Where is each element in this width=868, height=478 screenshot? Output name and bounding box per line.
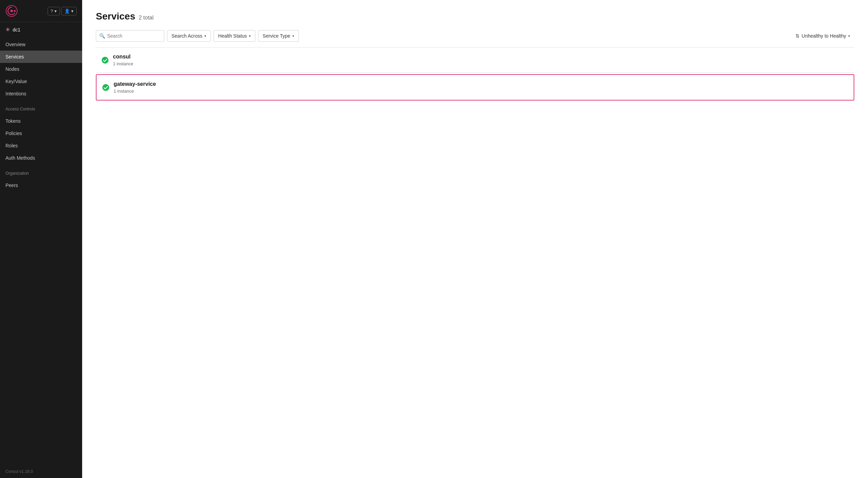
sidebar-item-label: Intentions <box>5 91 26 96</box>
page-header: Services 2 total <box>96 11 854 22</box>
service-list: consul 1 instance gateway-service 1 inst… <box>96 47 854 101</box>
search-across-chevron: ▾ <box>204 34 206 38</box>
sort-chevron: ▾ <box>848 34 850 38</box>
search-across-label: Search Across <box>171 33 202 39</box>
consul-logo <box>5 5 18 17</box>
sidebar-item-label: Auth Methods <box>5 155 35 161</box>
total-badge: 2 total <box>139 15 154 21</box>
main-nav: Overview Services Nodes Key/Value Intent… <box>0 37 82 101</box>
service-name-consul: consul <box>113 54 133 60</box>
search-wrapper: 🔍 <box>96 30 164 42</box>
sidebar-item-tokens[interactable]: Tokens <box>0 115 82 127</box>
dc-label: dc1 <box>13 27 21 32</box>
sidebar-item-label: Services <box>5 54 24 59</box>
dc-selector[interactable]: ✳ dc1 <box>0 22 82 37</box>
sidebar-item-label: Key/Value <box>5 79 27 84</box>
health-status-chevron: ▾ <box>249 34 251 38</box>
toolbar: 🔍 Search Across ▾ Health Status ▾ Servic… <box>96 30 854 42</box>
sidebar-item-label: Tokens <box>5 118 21 124</box>
help-icon: ? <box>51 9 53 14</box>
organization-label: Organization <box>0 165 82 178</box>
access-controls-label: Access Controls <box>0 101 82 114</box>
user-chevron: ▾ <box>71 9 74 14</box>
main-content: Services 2 total 🔍 Search Across ▾ Healt… <box>82 0 868 478</box>
sidebar-item-nodes[interactable]: Nodes <box>0 63 82 75</box>
sidebar-item-intentions[interactable]: Intentions <box>0 88 82 100</box>
service-item-consul[interactable]: consul 1 instance <box>96 48 854 73</box>
sidebar-item-overview[interactable]: Overview <box>0 38 82 51</box>
sidebar-item-label: Overview <box>5 42 25 47</box>
sidebar-header: ? ▾ 👤 ▾ <box>0 0 82 22</box>
svg-point-4 <box>102 84 109 91</box>
service-info-consul: consul 1 instance <box>113 54 133 66</box>
search-icon: 🔍 <box>99 33 105 39</box>
sidebar-item-auth-methods[interactable]: Auth Methods <box>0 152 82 164</box>
service-item-gateway[interactable]: gateway-service 1 instance <box>96 74 854 101</box>
svg-point-3 <box>102 57 108 64</box>
sidebar-item-label: Roles <box>5 143 18 148</box>
sort-button[interactable]: ⇅ Unhealthy to Healthy ▾ <box>791 30 854 41</box>
sidebar-item-keyvalue[interactable]: Key/Value <box>0 75 82 88</box>
health-icon-consul <box>101 56 109 64</box>
sidebar-item-label: Nodes <box>5 66 19 72</box>
sidebar-item-services[interactable]: Services <box>0 51 82 63</box>
version-label: Consul v1.18.0 <box>0 465 82 478</box>
service-instances-gateway: 1 instance <box>114 89 156 94</box>
sidebar-item-label: Peers <box>5 183 18 188</box>
sidebar-item-peers[interactable]: Peers <box>0 179 82 191</box>
svg-point-1 <box>10 10 13 12</box>
header-actions: ? ▾ 👤 ▾ <box>48 7 77 15</box>
service-instances-consul: 1 instance <box>113 61 133 66</box>
health-icon-gateway <box>102 84 110 91</box>
health-status-dropdown[interactable]: Health Status ▾ <box>214 30 255 42</box>
search-input[interactable] <box>96 30 164 42</box>
sidebar-item-policies[interactable]: Policies <box>0 127 82 140</box>
dc-icon: ✳ <box>5 26 10 33</box>
search-across-dropdown[interactable]: Search Across ▾ <box>167 30 211 42</box>
sidebar: ? ▾ 👤 ▾ ✳ dc1 Overview Services Nodes Ke… <box>0 0 82 478</box>
organization-nav: Peers <box>0 178 82 193</box>
service-type-label: Service Type <box>263 33 290 39</box>
sidebar-item-label: Policies <box>5 131 22 136</box>
help-button[interactable]: ? ▾ <box>48 7 60 15</box>
user-icon: 👤 <box>64 9 70 14</box>
sort-icon: ⇅ <box>795 33 800 39</box>
access-controls-nav: Tokens Policies Roles Auth Methods <box>0 114 82 165</box>
sidebar-item-roles[interactable]: Roles <box>0 140 82 152</box>
page-title: Services <box>96 11 135 22</box>
help-chevron: ▾ <box>54 9 57 14</box>
health-status-label: Health Status <box>218 33 247 39</box>
service-name-gateway: gateway-service <box>114 81 156 87</box>
service-info-gateway: gateway-service 1 instance <box>114 81 156 94</box>
sort-label: Unhealthy to Healthy <box>802 33 846 39</box>
service-type-dropdown[interactable]: Service Type ▾ <box>258 30 299 42</box>
svg-point-2 <box>14 10 15 12</box>
user-button[interactable]: 👤 ▾ <box>61 7 77 15</box>
service-type-chevron: ▾ <box>292 34 294 38</box>
